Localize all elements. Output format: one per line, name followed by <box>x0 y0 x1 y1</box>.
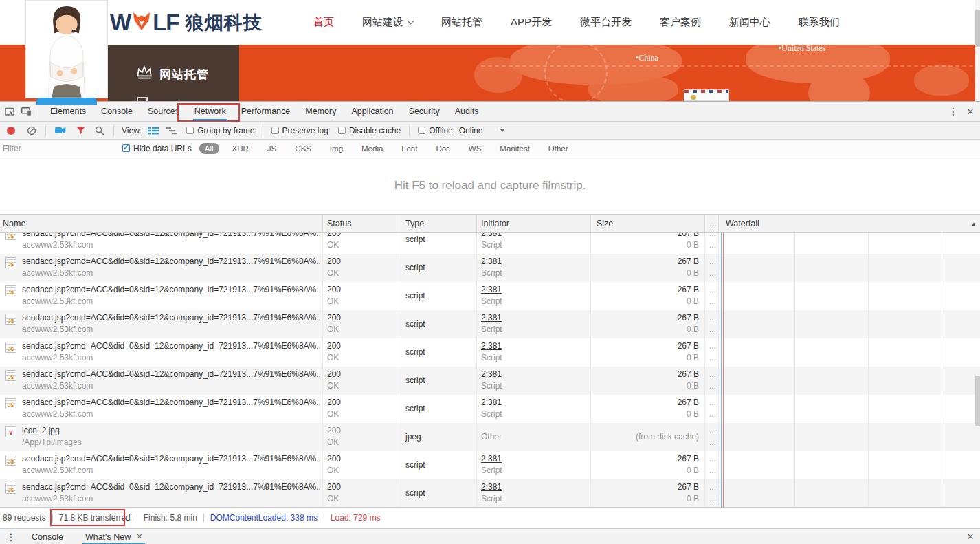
table-row[interactable]: JSsendacc.jsp?cmd=ACC&did=0&sid=12&compa… <box>0 233 980 254</box>
banner-menu-item-hosting[interactable]: 网站托管 <box>159 67 209 83</box>
nav-item-新闻中心[interactable]: 新闻中心 <box>729 16 770 29</box>
column-header-type[interactable]: Type <box>401 215 477 232</box>
initiator-link[interactable]: 2:381 <box>481 285 588 294</box>
devtools-menu-icon[interactable] <box>948 106 959 117</box>
status-text: OK <box>327 466 398 475</box>
nav-item-联系我们[interactable]: 联系我们 <box>799 16 840 29</box>
filter-type-ws[interactable]: WS <box>463 143 487 154</box>
table-row[interactable]: JSsendacc.jsp?cmd=ACC&did=0&sid=12&compa… <box>0 254 980 282</box>
table-row[interactable]: JSsendacc.jsp?cmd=ACC&did=0&sid=12&compa… <box>0 479 980 508</box>
request-url: icon_2.jpg <box>22 426 320 435</box>
tab-console[interactable]: Console <box>93 102 140 122</box>
device-toolbar-icon[interactable] <box>21 107 32 116</box>
table-row[interactable]: JSsendacc.jsp?cmd=ACC&did=0&sid=12&compa… <box>0 395 980 423</box>
column-header-name[interactable]: Name <box>0 215 323 232</box>
column-header-overflow[interactable]: ... <box>705 215 719 232</box>
offline-label: Offline <box>429 126 452 135</box>
throttling-select-value[interactable]: Online <box>459 126 483 135</box>
initiator-link[interactable]: 2:381 <box>481 341 588 351</box>
waterfall-cell <box>719 423 980 451</box>
tab-network[interactable]: Network <box>187 102 234 122</box>
filter-type-manifest[interactable]: Manifest <box>494 143 535 154</box>
column-header-waterfall[interactable]: Waterfall ▲ <box>719 215 980 232</box>
initiator-kind: Script <box>481 353 588 362</box>
group-by-frame-checkbox[interactable] <box>186 127 194 134</box>
filter-type-js[interactable]: JS <box>262 143 282 154</box>
drawer-menu-icon[interactable] <box>5 532 16 543</box>
tab-audits[interactable]: Audits <box>447 102 487 122</box>
initiator-link[interactable]: 2:381 <box>481 233 588 238</box>
view-label: View: <box>122 126 142 135</box>
logo-text-cn: 狼烟科技 <box>185 10 262 35</box>
filter-type-xhr[interactable]: XHR <box>227 143 254 154</box>
capture-screenshots-icon[interactable] <box>55 127 66 134</box>
table-row[interactable]: JSsendacc.jsp?cmd=ACC&did=0&sid=12&compa… <box>0 451 980 479</box>
filter-funnel-icon[interactable] <box>76 127 85 135</box>
initiator-link[interactable]: 2:381 <box>481 398 588 407</box>
preserve-log-checkbox[interactable] <box>271 127 279 134</box>
drawer-tab-console[interactable]: Console <box>29 529 66 544</box>
nav-item-客户案例[interactable]: 客户案例 <box>660 16 701 29</box>
devtools-close-icon[interactable] <box>965 107 976 117</box>
clear-icon[interactable] <box>27 126 36 135</box>
search-icon[interactable] <box>95 126 104 135</box>
site-logo[interactable]: W LF 狼烟科技 <box>110 0 262 45</box>
filter-type-other[interactable]: Other <box>543 143 574 154</box>
show-overview-icon[interactable] <box>166 127 177 135</box>
initiator-link[interactable]: 2:381 <box>481 482 588 492</box>
throttling-dropdown-arrow-icon[interactable] <box>500 129 505 132</box>
nav-item-首页[interactable]: 首页 <box>313 16 334 29</box>
inspect-element-icon[interactable] <box>5 107 15 117</box>
tab-memory[interactable]: Memory <box>298 102 344 122</box>
nav-item-网站建设[interactable]: 网站建设 <box>362 16 413 29</box>
column-header-initiator[interactable]: Initiator <box>477 215 591 232</box>
table-row[interactable]: JSsendacc.jsp?cmd=ACC&did=0&sid=12&compa… <box>0 338 980 367</box>
disable-cache-checkbox[interactable] <box>338 127 346 134</box>
table-row[interactable]: JSsendacc.jsp?cmd=ACC&did=0&sid=12&compa… <box>0 367 980 395</box>
nav-item-网站托管[interactable]: 网站托管 <box>441 16 482 29</box>
hide-data-urls-checkbox[interactable] <box>122 144 130 152</box>
consult-button[interactable] <box>36 98 97 105</box>
filter-type-media[interactable]: Media <box>356 143 388 154</box>
filter-type-font[interactable]: Font <box>396 143 423 154</box>
request-type: script <box>405 319 474 329</box>
drawer-tab-whats-new[interactable]: What's New ✕ <box>82 529 146 544</box>
request-type: script <box>405 460 474 470</box>
table-row[interactable]: JSsendacc.jsp?cmd=ACC&did=0&sid=12&compa… <box>0 282 980 310</box>
sort-arrow-icon[interactable]: ▲ <box>971 221 977 227</box>
initiator-link[interactable]: 2:381 <box>481 454 588 464</box>
overflow-dots: ... <box>709 268 715 278</box>
table-scrollbar-thumb[interactable] <box>975 376 980 426</box>
table-row[interactable]: ∨icon_2.jpg/App/Tpl/images200OKjpegOther… <box>0 423 980 451</box>
overflow-cell: ...... <box>705 479 719 508</box>
drawer-close-icon[interactable] <box>965 532 976 542</box>
tab-application[interactable]: Application <box>344 102 401 122</box>
js-file-icon: JS <box>5 370 16 381</box>
nav-item-微平台开发[interactable]: 微平台开发 <box>580 16 632 29</box>
page-scrollbar[interactable] <box>975 0 980 101</box>
large-rows-icon[interactable] <box>148 127 159 135</box>
filter-type-all[interactable]: All <box>199 143 219 154</box>
nav-item-APP开发[interactable]: APP开发 <box>511 16 552 29</box>
filter-type-doc[interactable]: Doc <box>430 143 455 154</box>
filter-type-img[interactable]: Img <box>324 143 348 154</box>
filter-input[interactable] <box>3 144 113 153</box>
close-tab-icon[interactable]: ✕ <box>136 532 142 541</box>
column-header-size[interactable]: Size <box>591 215 705 232</box>
request-name-cell: JSsendacc.jsp?cmd=ACC&did=0&sid=12&compa… <box>0 233 323 254</box>
table-row[interactable]: JSsendacc.jsp?cmd=ACC&did=0&sid=12&compa… <box>0 310 980 338</box>
record-button[interactable] <box>7 127 15 135</box>
tab-security[interactable]: Security <box>401 102 447 122</box>
initiator-link[interactable]: 2:381 <box>481 369 588 379</box>
filter-type-css[interactable]: CSS <box>289 143 317 154</box>
offline-checkbox[interactable] <box>418 127 425 134</box>
column-header-status[interactable]: Status <box>323 215 401 232</box>
tab-performance[interactable]: Performance <box>234 102 298 122</box>
tab-sources[interactable]: Sources <box>140 102 187 122</box>
initiator-link[interactable]: 2:381 <box>481 257 588 266</box>
status-code: 200 <box>327 285 398 294</box>
request-type: jpeg <box>405 432 474 442</box>
initiator-link[interactable]: 2:381 <box>481 313 588 323</box>
page-scrollbar-thumb[interactable] <box>975 10 980 47</box>
size-resource: 0 B <box>595 296 699 306</box>
